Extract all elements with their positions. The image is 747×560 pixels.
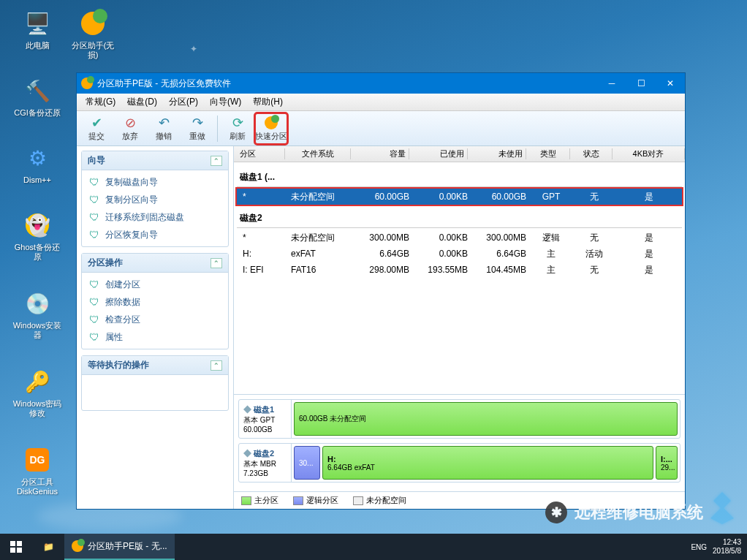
wiz-copy-part[interactable]: 🛡复制分区向导 [83,191,227,208]
partition-row[interactable]: I: EFIFAT16298.00MB193.55MB104.45MB主无是 [237,262,682,278]
check-icon: ✔ [91,115,102,131]
taskbar: 📁 分区助手PE版 - 无... ENG 12:43 2018/5/8 [0,534,747,560]
gear-icon: ⚙ [23,143,52,173]
panel-title: 分区操作 [88,257,123,269]
map-segment[interactable]: 60.00GB 未分配空间 [294,402,678,436]
corner-watermark [702,488,743,531]
col-align[interactable]: 4KB对齐 [613,148,685,159]
quick-partition-button[interactable]: 快速分区 [255,113,287,144]
col-fs[interactable]: 文件系统 [285,148,351,159]
map-segment[interactable]: I:...29... [656,446,678,480]
wechat-icon: ✱ [545,502,567,523]
svg-marker-1 [710,507,734,524]
folder-icon: 📁 [43,542,54,552]
tray-lang[interactable]: ENG [691,543,707,551]
partition-row[interactable]: *未分配空间60.00GB0.00KB60.00GBGPT无是 [237,189,682,205]
app-icon [81,77,93,89]
disk-title[interactable]: 磁盘2 [237,205,682,228]
wiz-recover-part[interactable]: 🛡分区恢复向导 [83,226,227,243]
refresh-icon: ⟳ [232,115,243,131]
collapse-button[interactable]: ⌃ [211,258,222,268]
col-stat[interactable]: 状态 [570,148,613,159]
menubar: 常规(G) 磁盘(D) 分区(P) 向导(W) 帮助(H) [77,94,685,111]
col-cap[interactable]: 容量 [351,148,409,159]
panel-wizard: 向导⌃ 🛡复制磁盘向导 🛡复制分区向导 🛡迁移系统到固态磁盘 🛡分区恢复向导 [81,151,229,247]
diskgenius-icon: DG [23,445,52,474]
wiz-copy-disk[interactable]: 🛡复制磁盘向导 [83,173,227,191]
window-title: 分区助手PE版 - 无损分区免费软件 [97,77,597,90]
svg-rect-5 [17,548,22,553]
shield-icon: 🛡 [88,228,101,241]
map-segment[interactable]: H:6.64GB exFAT [322,446,653,480]
monitor-icon: 🖥️ [23,9,52,38]
redo-button[interactable]: ↷重做 [181,113,213,144]
col-free[interactable]: 未使用 [468,148,526,159]
op-wipe[interactable]: 🛡擦除数据 [83,293,227,311]
disk-title[interactable]: 磁盘1 (... [237,164,682,187]
app-icon [72,540,83,552]
disk-list: 磁盘1 (...*未分配空间60.00GB0.00KB60.00GBGPT无是磁… [234,162,685,394]
quick-icon [265,115,278,131]
disk-map[interactable]: ◆ 磁盘2基本 MBR7.23GB30...H:6.64GB exFATI:..… [238,443,680,483]
desktop-icon-diskgenius[interactable]: DG 分区工具DiskGenius [12,445,63,496]
wiz-migrate-ssd[interactable]: 🛡迁移系统到固态磁盘 [83,208,227,226]
partition-row[interactable]: *未分配空间300.00MB0.00KB300.00MB逻辑无是 [237,230,682,246]
menu-help[interactable]: 帮助(H) [247,94,289,110]
desktop-icon-cgi[interactable]: 🔨 CGI备份还原 [12,76,63,118]
desktop-icon-aomei[interactable]: 分区助手(无损) [67,9,118,60]
shield-icon: 🛡 [88,175,101,189]
discard-button[interactable]: ⊘放弃 [114,113,146,144]
panel-pending: 等待执行的操作⌃ [81,355,229,411]
desktop-icon-dism[interactable]: ⚙ Dism++ [12,143,63,185]
maximize-button[interactable]: ☐ [626,73,656,94]
taskbar-app-aomei[interactable]: 分区助手PE版 - 无... [64,534,175,560]
disk-map[interactable]: ◆ 磁盘1基本 GPT60.00GB60.00GB 未分配空间 [238,399,680,439]
shield-icon: 🛡 [88,330,101,344]
op-create[interactable]: 🛡创建分区 [83,276,227,293]
toolbar: ✔提交 ⊘放弃 ↶撤销 ↷重做 ⟳刷新 快速分区 [77,111,685,146]
partition-row[interactable]: H:exFAT6.64GB0.00KB6.64GB主活动是 [237,246,682,262]
tray-clock[interactable]: 12:43 2018/5/8 [713,538,741,556]
col-type[interactable]: 类型 [526,148,570,159]
shield-icon: 🛡 [88,211,101,224]
commit-button[interactable]: ✔提交 [80,113,113,144]
shield-icon: 🛡 [88,193,101,206]
panel-partops: 分区操作⌃ 🛡创建分区 🛡擦除数据 🛡检查分区 🛡属性 [81,253,229,349]
desktop-icon-winpwd[interactable]: 🔑 Windows密码修改 [12,367,63,418]
cancel-icon: ⊘ [125,115,136,131]
menu-disk[interactable]: 磁盘(D) [121,94,163,110]
close-button[interactable]: ✕ [656,73,685,94]
watermark: ✱ 远程维修电脑系统 [545,502,703,523]
svg-rect-2 [10,541,15,546]
system-tray[interactable]: ENG 12:43 2018/5/8 [691,538,747,556]
titlebar[interactable]: 分区助手PE版 - 无损分区免费软件 ─ ☐ ✕ [77,73,685,94]
panel-title: 等待执行的操作 [88,359,149,371]
menu-general[interactable]: 常规(G) [80,94,121,110]
grid-header: 分区 文件系统 容量 已使用 未使用 类型 状态 4KB对齐 [234,146,685,162]
app-window: 分区助手PE版 - 无损分区免费软件 ─ ☐ ✕ 常规(G) 磁盘(D) 分区(… [76,72,686,510]
desktop-icon-wininstall[interactable]: 💿 Windows安装器 [12,289,63,340]
start-button[interactable] [0,534,32,560]
redo-icon: ↷ [192,115,203,131]
minimize-button[interactable]: ─ [597,73,626,94]
collapse-button[interactable]: ⌃ [211,156,222,166]
menu-wizard[interactable]: 向导(W) [204,94,247,110]
ghost-icon: 👻 [23,211,52,240]
taskbar-explorer[interactable]: 📁 [32,534,64,560]
undo-button[interactable]: ↶撤销 [148,113,180,144]
map-segment[interactable]: 30... [294,446,320,480]
op-props[interactable]: 🛡属性 [83,328,227,346]
disc-icon: 💿 [23,289,52,318]
desktop-icon-this-pc[interactable]: 🖥️ 此电脑 [12,9,63,50]
svg-rect-3 [17,541,22,546]
shield-icon: 🛡 [88,278,101,291]
menu-partition[interactable]: 分区(P) [163,94,204,110]
aomei-icon [78,9,107,38]
op-check[interactable]: 🛡检查分区 [83,311,227,328]
col-partition[interactable]: 分区 [234,148,285,159]
collapse-button[interactable]: ⌃ [211,360,222,371]
panel-title: 向导 [88,154,105,167]
col-used[interactable]: 已使用 [409,148,468,159]
desktop-icon-ghost[interactable]: 👻 Ghost备份还原 [12,211,63,262]
refresh-button[interactable]: ⟳刷新 [221,113,254,144]
